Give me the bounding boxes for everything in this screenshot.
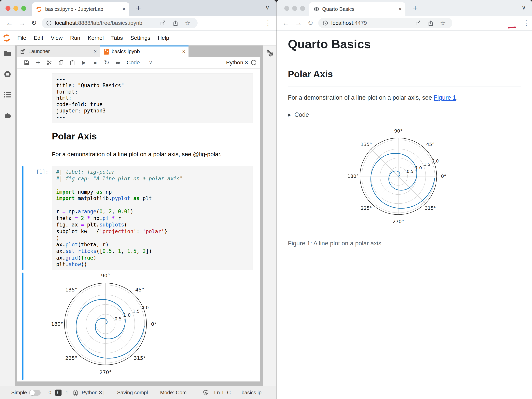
- cut-cells-button[interactable]: [44, 60, 55, 66]
- menu-help[interactable]: Help: [158, 31, 169, 45]
- address-bar[interactable]: localhost:4479 ☆: [318, 18, 452, 28]
- reload-icon[interactable]: ↻: [308, 16, 313, 30]
- svg-text:315°: 315°: [425, 205, 436, 211]
- tab-title: basics.ipynb - JupyterLab: [45, 2, 103, 16]
- launcher-tab-close-icon[interactable]: ×: [94, 46, 97, 56]
- site-info-icon[interactable]: [323, 20, 328, 26]
- site-info-icon[interactable]: [46, 20, 52, 26]
- tab-close-icon[interactable]: ×: [122, 2, 126, 16]
- traffic-close-button[interactable]: [6, 6, 10, 11]
- browser-toolbar: ← → ↻ localhost:8888/lab/tree/basics.ipy…: [0, 16, 276, 31]
- dock-tab-launcher[interactable]: Launcher ×: [17, 46, 100, 57]
- paste-cells-button[interactable]: [67, 60, 78, 66]
- run-cell-button[interactable]: ▶: [78, 60, 89, 66]
- property-inspector-gears-icon[interactable]: [266, 49, 274, 58]
- svg-text:180°: 180°: [348, 173, 359, 179]
- terminal-count[interactable]: 0: [49, 386, 51, 399]
- cell-type-dropdown[interactable]: Code: [127, 60, 140, 66]
- url-text[interactable]: localhost:4479: [331, 18, 367, 28]
- svg-text:225°: 225°: [65, 355, 77, 361]
- yaml-raw-cell[interactable]: ---title: "Quarto Basics"format: html: c…: [52, 73, 253, 123]
- input-collapser[interactable]: [22, 166, 24, 270]
- browser-menu-icon[interactable]: ⋮: [265, 16, 271, 30]
- trust-shield-icon[interactable]: [203, 390, 209, 396]
- statusbar-filename[interactable]: basics.ip...: [241, 386, 266, 399]
- traffic-minimize-button[interactable]: [292, 6, 297, 11]
- copy-cells-button[interactable]: [55, 60, 67, 66]
- restart-run-all-button[interactable]: ▶▶: [112, 61, 124, 65]
- notebook-tab-close-icon[interactable]: ×: [182, 46, 185, 56]
- menu-settings[interactable]: Settings: [130, 31, 150, 45]
- page-title: Quarto Basics: [288, 37, 371, 51]
- interrupt-kernel-button[interactable]: ■: [89, 60, 101, 65]
- kernel-count[interactable]: 1: [65, 386, 68, 399]
- kernel-status-text[interactable]: Python 3 |...: [82, 386, 109, 399]
- browser-tabstrip: Quarto Basics × + ∨: [276, 0, 532, 16]
- new-tab-button[interactable]: +: [136, 2, 141, 14]
- svg-text:1.5: 1.5: [133, 309, 140, 314]
- menu-kernel[interactable]: Kernel: [88, 31, 104, 45]
- back-icon[interactable]: ←: [282, 16, 290, 30]
- traffic-zoom-button[interactable]: [300, 6, 305, 11]
- menu-run[interactable]: Run: [70, 31, 80, 45]
- svg-text:270°: 270°: [393, 219, 404, 224]
- file-browser-icon[interactable]: [4, 50, 12, 57]
- open-in-window-icon[interactable]: [160, 20, 166, 26]
- command-mode-status[interactable]: Mode: Com...: [160, 386, 191, 399]
- new-tab-button[interactable]: +: [412, 2, 418, 14]
- kernel-status-icon[interactable]: [251, 60, 256, 65]
- svg-text:90°: 90°: [101, 273, 110, 278]
- jupyterlab-left-sidebar: [0, 45, 15, 386]
- bookmark-star-icon[interactable]: ☆: [185, 18, 191, 28]
- code-cell[interactable]: #| label: fig-polar#| fig-cap: "A line p…: [52, 166, 253, 270]
- forward-icon[interactable]: →: [295, 16, 302, 30]
- cursor-position[interactable]: Ln 1, C...: [214, 386, 235, 399]
- tab-search-chevron-icon[interactable]: ∨: [522, 4, 526, 11]
- table-of-contents-icon[interactable]: [4, 91, 12, 98]
- menu-tabs[interactable]: Tabs: [111, 31, 123, 45]
- svg-text:0.5: 0.5: [407, 169, 413, 174]
- traffic-zoom-button[interactable]: [21, 6, 26, 11]
- traffic-minimize-button[interactable]: [13, 6, 18, 11]
- svg-text:0°: 0°: [151, 321, 157, 327]
- browser-menu-icon[interactable]: ⋮: [523, 16, 530, 30]
- menu-file[interactable]: File: [17, 31, 26, 45]
- browser-tab-quarto[interactable]: Quarto Basics ×: [309, 2, 405, 16]
- browser-tab-jupyterlab[interactable]: basics.ipynb - JupyterLab ×: [32, 2, 129, 16]
- extension-manager-icon[interactable]: [4, 112, 12, 120]
- traffic-close-button[interactable]: [284, 6, 289, 11]
- restart-kernel-button[interactable]: ↻: [101, 59, 112, 66]
- cell-type-chevron-icon[interactable]: ∨: [149, 60, 152, 65]
- url-text[interactable]: localhost:8888/lab/tree/basics.ipynb: [55, 18, 142, 28]
- open-in-window-icon[interactable]: [415, 20, 421, 26]
- body-paragraph: For a demonstration of a line plot on a …: [288, 94, 458, 101]
- execution-count: [1]:: [30, 169, 49, 175]
- tab-search-chevron-icon[interactable]: ∨: [265, 4, 270, 11]
- svg-text:2.0: 2.0: [432, 159, 439, 163]
- menu-edit[interactable]: Edit: [34, 31, 43, 45]
- share-icon[interactable]: [173, 20, 178, 26]
- svg-text:45°: 45°: [135, 287, 144, 293]
- output-collapser[interactable]: [22, 273, 24, 380]
- address-bar[interactable]: localhost:8888/lab/tree/basics.ipynb ☆: [42, 18, 198, 28]
- reload-icon[interactable]: ↻: [31, 16, 37, 30]
- svg-text:45°: 45°: [426, 141, 434, 147]
- figure-1-link[interactable]: Figure 1: [434, 94, 456, 101]
- simple-mode-toggle[interactable]: [29, 390, 41, 396]
- running-sessions-icon[interactable]: [4, 70, 12, 78]
- jupyterlab-statusbar: Simple 0 $_ 1 Python 3 |... Saving compl…: [0, 386, 276, 399]
- kernel-name[interactable]: Python 3: [226, 60, 248, 66]
- forward-icon[interactable]: →: [19, 16, 26, 30]
- back-icon[interactable]: ←: [6, 16, 13, 30]
- add-cell-button[interactable]: +: [32, 58, 44, 67]
- jupyterlab-right-sidebar: [263, 45, 276, 386]
- tab-close-icon[interactable]: ×: [398, 2, 402, 16]
- jupyterlab-menubar: File Edit View Run Kernel Tabs Settings …: [0, 31, 276, 45]
- bookmark-star-icon[interactable]: ☆: [440, 18, 446, 28]
- saving-status[interactable]: Saving compl...: [117, 386, 152, 399]
- save-button[interactable]: [21, 60, 32, 66]
- menu-view[interactable]: View: [51, 31, 63, 45]
- code-fold-toggle[interactable]: ▶ Code: [288, 111, 309, 118]
- dock-tab-notebook[interactable]: basics.ipynb ×: [100, 45, 189, 57]
- share-icon[interactable]: [428, 20, 433, 26]
